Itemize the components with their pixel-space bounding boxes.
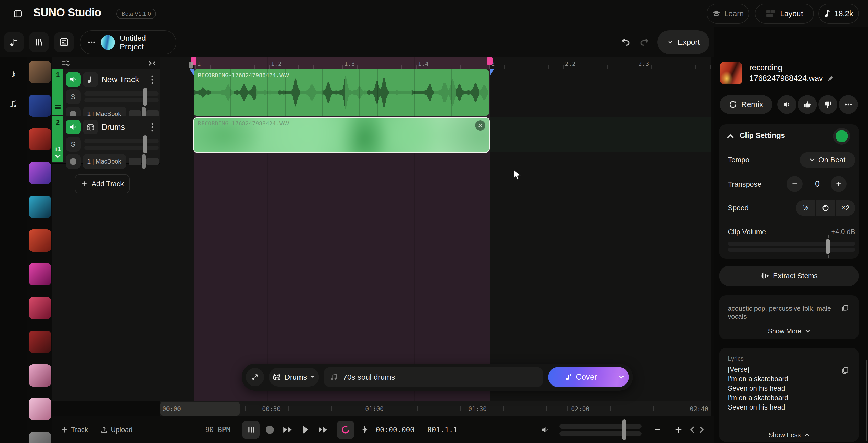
edit-pencil-icon[interactable] (827, 75, 834, 82)
selected-audio-clip[interactable]: RECORDING-1768247988424.WAV (193, 117, 490, 153)
track-name[interactable]: Drums (101, 123, 125, 132)
sidebar-song-thumbnail[interactable] (29, 162, 51, 184)
audio-clip[interactable]: RECORDING-1768247988424.WAV (194, 69, 489, 116)
sidebar-song-thumbnail[interactable] (29, 230, 51, 252)
zoom-in-button[interactable] (672, 423, 685, 436)
sidebar-song-thumbnail[interactable] (29, 297, 51, 319)
collapse-clip-settings-button[interactable] (726, 132, 735, 141)
track-pan-slider[interactable] (84, 90, 159, 104)
upload-button[interactable]: Upload (100, 423, 133, 436)
expand-track-button[interactable] (53, 153, 63, 160)
time-display[interactable]: 00:00.000 (376, 425, 414, 434)
project-list-button[interactable] (54, 32, 74, 53)
track-instrument-button[interactable] (83, 120, 98, 134)
sidebar-song-thumbnail[interactable] (29, 263, 51, 285)
collapse-all-tracks-button[interactable] (61, 59, 71, 68)
instrument-select[interactable]: Drums (269, 368, 319, 386)
sidebar-song-thumbnail[interactable] (29, 196, 51, 218)
show-less-button[interactable]: Show Less (719, 429, 859, 440)
expand-prompt-button[interactable] (246, 368, 264, 386)
bar-position-display[interactable]: 001.1.1 (427, 425, 458, 434)
pan-slider-thumb[interactable] (143, 135, 147, 153)
copy-tags-button[interactable] (839, 303, 850, 314)
clip-color-swatch[interactable] (833, 128, 850, 145)
extract-stems-button[interactable]: Extract Stems (719, 266, 859, 286)
clip-volume-thumb[interactable] (826, 239, 830, 254)
sidebar-song-thumbnail[interactable] (29, 128, 51, 150)
sidebar-song-thumbnail[interactable] (29, 364, 51, 386)
prompt-input-wrap[interactable] (323, 367, 544, 387)
loop-end-handle[interactable] (487, 58, 493, 65)
sidebar-song-thumbnail[interactable] (29, 432, 51, 443)
track-color-strip[interactable]: 2 +1 (53, 116, 63, 163)
track-input-select[interactable]: 1 | MacBook (83, 154, 126, 169)
track-name[interactable]: New Track (101, 75, 139, 84)
prompt-input[interactable] (342, 373, 537, 382)
project-menu-icon[interactable] (88, 41, 96, 44)
zoom-out-button[interactable] (651, 423, 664, 436)
metronome-button[interactable] (242, 420, 259, 439)
style-tags-text[interactable]: acoustic pop, percussive folk, male voca… (728, 305, 838, 320)
track-solo-button[interactable]: S (66, 137, 81, 152)
redo-button[interactable] (637, 35, 651, 49)
thumbs-down-button[interactable] (818, 95, 837, 114)
cover-options-button[interactable] (614, 367, 629, 387)
learn-button[interactable]: Learn (707, 4, 749, 24)
track-mute-button[interactable] (66, 72, 81, 87)
lyrics-text[interactable]: [Verse] I'm on a skateboard Seven on his… (728, 365, 835, 412)
record-button[interactable] (264, 423, 276, 436)
thumbs-up-button[interactable] (798, 95, 817, 114)
export-button[interactable]: Export (657, 30, 709, 54)
speed-reset-button[interactable] (816, 200, 836, 216)
preview-audio-button[interactable] (777, 95, 796, 114)
track-mute-button[interactable] (66, 120, 81, 134)
volume-slider-thumb[interactable] (622, 419, 626, 440)
clip-volume-slider[interactable] (728, 239, 855, 254)
timeline-ruler[interactable]: 1 1.2 1.3 1.4 2 2.2 2.3 (160, 58, 711, 69)
transpose-increment-button[interactable] (831, 176, 846, 192)
sidebar-song-thumbnail[interactable] (29, 61, 51, 83)
pan-slider-thumb[interactable] (143, 88, 147, 106)
play-button[interactable] (299, 422, 312, 437)
bpm-display[interactable]: 90 BPM (205, 425, 230, 434)
master-volume-slider[interactable] (559, 421, 642, 438)
horizontal-scroll-buttons[interactable] (690, 424, 704, 435)
copy-lyrics-button[interactable] (839, 365, 850, 376)
tempo-select[interactable]: On Beat (800, 152, 855, 168)
fast-forward-button[interactable] (316, 423, 330, 436)
track-pan-slider[interactable] (84, 137, 159, 152)
new-track-button[interactable]: Track (61, 423, 88, 436)
clip-artwork[interactable] (720, 62, 742, 84)
track-menu-button[interactable] (149, 122, 156, 133)
loop-start-marker[interactable] (189, 69, 194, 76)
shrink-panel-button[interactable] (148, 59, 157, 67)
remix-button[interactable]: Remix (720, 95, 772, 114)
transpose-decrement-button[interactable] (787, 176, 803, 192)
rewind-button[interactable] (281, 423, 294, 436)
track-menu-button[interactable] (149, 74, 156, 85)
credits-button[interactable]: 18.2k (818, 4, 859, 24)
loop-end-marker[interactable] (490, 69, 494, 76)
playhead-handle[interactable] (189, 62, 193, 69)
drag-handle-icon[interactable] (55, 105, 61, 109)
track-solo-button[interactable]: S (66, 90, 81, 104)
panel-scrollbar[interactable] (866, 360, 867, 441)
sidebar-song-thumbnail[interactable] (29, 398, 51, 420)
show-more-button[interactable]: Show More (719, 326, 859, 337)
loop-button[interactable] (337, 420, 354, 439)
track-row[interactable]: 2 +1 Drums S (53, 116, 160, 164)
cover-button[interactable]: Cover (548, 367, 629, 387)
track-record-arm-button[interactable] (66, 154, 81, 169)
timeline-minimap[interactable]: 00:00 00:30 01:00 01:30 02:00 02:40 (160, 401, 711, 416)
track-color-strip[interactable]: 1 (53, 69, 63, 115)
speed-double-button[interactable]: ×2 (836, 200, 855, 216)
sidebar-song-thumbnail[interactable] (29, 95, 51, 117)
track-instrument-button[interactable] (83, 72, 98, 87)
track-row[interactable]: 1 New Track S (53, 69, 160, 116)
master-volume-button[interactable] (539, 423, 551, 436)
timeline[interactable]: 1 1.2 1.3 1.4 2 2.2 2.3 RECORDING-176824… (160, 58, 711, 401)
more-options-button[interactable] (839, 95, 858, 114)
add-track-button[interactable]: Add Track (75, 174, 130, 194)
track-meter[interactable] (129, 156, 159, 167)
undo-button[interactable] (619, 35, 633, 49)
